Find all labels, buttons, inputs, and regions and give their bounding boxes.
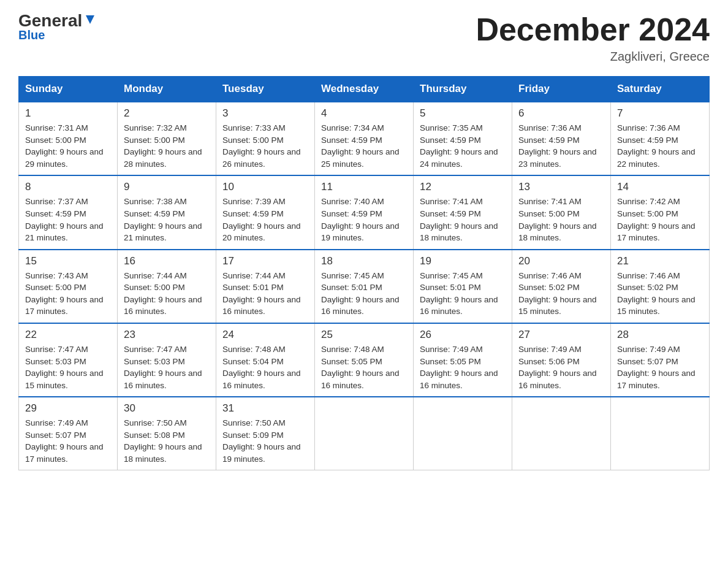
sunrise-line: Sunrise: 7:47 AM xyxy=(124,343,210,356)
sunset-line: Sunset: 4:59 PM xyxy=(617,134,703,147)
sunset-line: Sunset: 4:59 PM xyxy=(420,208,506,220)
col-saturday: Saturday xyxy=(611,77,710,102)
sunrise-line: Sunrise: 7:49 AM xyxy=(25,417,111,429)
day-number: 8 xyxy=(25,181,111,193)
sunset-line: Sunset: 5:00 PM xyxy=(25,134,111,147)
sunset-line: Sunset: 4:59 PM xyxy=(222,208,308,220)
sunset-line: Sunset: 5:01 PM xyxy=(222,282,308,294)
sunset-line: Sunset: 5:03 PM xyxy=(124,356,210,368)
calendar-cell: 22 Sunrise: 7:47 AM Sunset: 5:03 PM Dayl… xyxy=(19,323,118,397)
daylight-line: Daylight: 9 hours and 18 minutes. xyxy=(420,220,506,244)
day-number: 27 xyxy=(518,329,604,341)
daylight-line: Daylight: 9 hours and 23 minutes. xyxy=(518,146,604,170)
day-number: 4 xyxy=(321,107,407,120)
day-number: 7 xyxy=(617,107,703,120)
daylight-line: Daylight: 9 hours and 16 minutes. xyxy=(124,294,210,318)
day-number: 24 xyxy=(222,329,308,341)
calendar-cell: 5 Sunrise: 7:35 AM Sunset: 4:59 PM Dayli… xyxy=(414,102,512,175)
day-number: 25 xyxy=(321,329,407,341)
sunrise-line: Sunrise: 7:43 AM xyxy=(25,270,111,282)
daylight-line: Daylight: 9 hours and 19 minutes. xyxy=(222,441,308,465)
daylight-line: Daylight: 9 hours and 18 minutes. xyxy=(518,220,604,244)
sunset-line: Sunset: 5:00 PM xyxy=(222,134,308,147)
day-number: 3 xyxy=(222,107,308,120)
daylight-line: Daylight: 9 hours and 15 minutes. xyxy=(518,294,604,318)
col-monday: Monday xyxy=(118,77,216,102)
sunrise-line: Sunrise: 7:44 AM xyxy=(124,270,210,282)
calendar-cell: 25 Sunrise: 7:48 AM Sunset: 5:05 PM Dayl… xyxy=(315,323,414,397)
sunset-line: Sunset: 4:59 PM xyxy=(25,208,111,220)
day-number: 6 xyxy=(518,107,604,120)
calendar-cell: 8 Sunrise: 7:37 AM Sunset: 4:59 PM Dayli… xyxy=(19,175,118,249)
daylight-line: Daylight: 9 hours and 16 minutes. xyxy=(518,367,604,391)
location: Zagkliveri, Greece xyxy=(476,50,710,64)
daylight-line: Daylight: 9 hours and 21 minutes. xyxy=(25,220,111,244)
sunrise-line: Sunrise: 7:50 AM xyxy=(222,417,308,429)
day-number: 1 xyxy=(25,107,111,120)
calendar-cell xyxy=(315,397,414,470)
daylight-line: Daylight: 9 hours and 17 minutes. xyxy=(25,441,111,465)
day-number: 15 xyxy=(25,255,111,267)
daylight-line: Daylight: 9 hours and 19 minutes. xyxy=(321,220,407,244)
calendar-cell xyxy=(611,397,710,470)
daylight-line: Daylight: 9 hours and 28 minutes. xyxy=(124,146,210,170)
calendar-cell: 24 Sunrise: 7:48 AM Sunset: 5:04 PM Dayl… xyxy=(216,323,315,397)
sunset-line: Sunset: 5:05 PM xyxy=(321,356,407,368)
calendar-cell: 12 Sunrise: 7:41 AM Sunset: 4:59 PM Dayl… xyxy=(414,175,512,249)
calendar-cell: 26 Sunrise: 7:49 AM Sunset: 5:05 PM Dayl… xyxy=(414,323,512,397)
sunrise-line: Sunrise: 7:31 AM xyxy=(25,122,111,134)
title-section: December 2024 Zagkliveri, Greece xyxy=(476,12,710,64)
sunrise-line: Sunrise: 7:45 AM xyxy=(321,270,407,282)
day-number: 22 xyxy=(25,329,111,341)
daylight-line: Daylight: 9 hours and 16 minutes. xyxy=(420,367,506,391)
sunset-line: Sunset: 5:01 PM xyxy=(321,282,407,294)
sunrise-line: Sunrise: 7:38 AM xyxy=(124,196,210,208)
sunset-line: Sunset: 5:06 PM xyxy=(518,356,604,368)
sunrise-line: Sunrise: 7:46 AM xyxy=(617,270,703,282)
day-number: 31 xyxy=(222,402,308,415)
day-number: 5 xyxy=(420,107,506,120)
sunset-line: Sunset: 4:59 PM xyxy=(124,208,210,220)
logo-general: General xyxy=(18,12,82,29)
sunrise-line: Sunrise: 7:49 AM xyxy=(617,343,703,356)
daylight-line: Daylight: 9 hours and 15 minutes. xyxy=(25,367,111,391)
daylight-line: Daylight: 9 hours and 17 minutes. xyxy=(617,367,703,391)
col-tuesday: Tuesday xyxy=(216,77,315,102)
sunset-line: Sunset: 5:04 PM xyxy=(222,356,308,368)
daylight-line: Daylight: 9 hours and 26 minutes. xyxy=(222,146,308,170)
week-row-2: 8 Sunrise: 7:37 AM Sunset: 4:59 PM Dayli… xyxy=(19,175,710,249)
calendar-cell: 29 Sunrise: 7:49 AM Sunset: 5:07 PM Dayl… xyxy=(19,397,118,470)
calendar-cell: 30 Sunrise: 7:50 AM Sunset: 5:08 PM Dayl… xyxy=(118,397,216,470)
daylight-line: Daylight: 9 hours and 16 minutes. xyxy=(321,367,407,391)
week-row-5: 29 Sunrise: 7:49 AM Sunset: 5:07 PM Dayl… xyxy=(19,397,710,470)
calendar-header-row: Sunday Monday Tuesday Wednesday Thursday… xyxy=(19,77,710,102)
logo: General Blue xyxy=(18,12,97,42)
calendar-cell: 16 Sunrise: 7:44 AM Sunset: 5:00 PM Dayl… xyxy=(118,250,216,323)
calendar-cell: 11 Sunrise: 7:40 AM Sunset: 4:59 PM Dayl… xyxy=(315,175,414,249)
sunrise-line: Sunrise: 7:48 AM xyxy=(321,343,407,356)
sunset-line: Sunset: 5:07 PM xyxy=(617,356,703,368)
calendar-cell: 28 Sunrise: 7:49 AM Sunset: 5:07 PM Dayl… xyxy=(611,323,710,397)
week-row-4: 22 Sunrise: 7:47 AM Sunset: 5:03 PM Dayl… xyxy=(19,323,710,397)
day-number: 14 xyxy=(617,181,703,193)
sunset-line: Sunset: 5:07 PM xyxy=(25,429,111,442)
calendar-cell: 1 Sunrise: 7:31 AM Sunset: 5:00 PM Dayli… xyxy=(19,102,118,175)
calendar-cell: 4 Sunrise: 7:34 AM Sunset: 4:59 PM Dayli… xyxy=(315,102,414,175)
calendar-cell: 9 Sunrise: 7:38 AM Sunset: 4:59 PM Dayli… xyxy=(118,175,216,249)
sunrise-line: Sunrise: 7:49 AM xyxy=(420,343,506,356)
sunset-line: Sunset: 4:59 PM xyxy=(321,208,407,220)
sunset-line: Sunset: 4:59 PM xyxy=(321,134,407,147)
day-number: 20 xyxy=(518,255,604,267)
daylight-line: Daylight: 9 hours and 16 minutes. xyxy=(222,294,308,318)
daylight-line: Daylight: 9 hours and 15 minutes. xyxy=(617,294,703,318)
sunset-line: Sunset: 5:02 PM xyxy=(617,282,703,294)
daylight-line: Daylight: 9 hours and 24 minutes. xyxy=(420,146,506,170)
day-number: 13 xyxy=(518,181,604,193)
sunset-line: Sunset: 5:09 PM xyxy=(222,429,308,442)
sunset-line: Sunset: 5:01 PM xyxy=(420,282,506,294)
sunrise-line: Sunrise: 7:37 AM xyxy=(25,196,111,208)
page-header: General Blue December 2024 Zagkliveri, G… xyxy=(18,12,710,64)
calendar-cell: 19 Sunrise: 7:45 AM Sunset: 5:01 PM Dayl… xyxy=(414,250,512,323)
calendar-cell: 15 Sunrise: 7:43 AM Sunset: 5:00 PM Dayl… xyxy=(19,250,118,323)
day-number: 10 xyxy=(222,181,308,193)
